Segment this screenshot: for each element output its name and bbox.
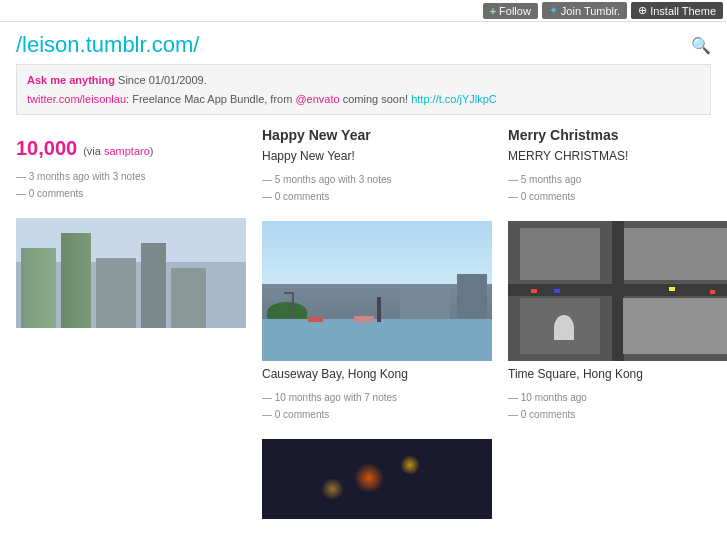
main-content: 10,000 (via samptaro) — 3 months ago wit… [0,127,727,525]
post-meta: — 5 months ago with 3 notes — 0 comments [262,171,492,205]
post-body: Happy New Year! [262,149,492,163]
col-right: Merry Christmas MERRY CHRISTMAS! — 5 mon… [508,127,727,423]
post-title: Merry Christmas [508,127,727,143]
info-banner: Ask me anything Since 01/01/2009. twitte… [16,64,711,115]
post-meta: — 10 months ago — 0 comments [508,389,727,423]
install-icon: ⊕ [638,4,647,17]
site-header: /leison.tumblr.com/ 🔍 [0,22,727,64]
meta-comments: — 0 comments [262,406,492,423]
install-label: Install Theme [650,5,716,17]
post-number: 10,000 [16,137,77,160]
via-end: ) [150,145,154,157]
timesquare-image [508,221,727,361]
post-via: (via samptaro) [83,145,153,157]
twitter-text: Freelance Mac App Bundle, from [129,93,295,105]
col-mid: Happy New Year Happy New Year! — 5 month… [262,127,492,525]
site-title[interactable]: /leison.tumblr.com/ [16,32,199,58]
post-meta: — 10 months ago with 7 notes — 0 comment… [262,389,492,423]
col-left: 10,000 (via samptaro) — 3 months ago wit… [16,127,246,328]
via-link[interactable]: samptaro [104,145,150,157]
meta-comments: — 0 comments [262,188,492,205]
twitter-line: twitter.com/leisonlau: Freelance Mac App… [27,90,700,109]
meta-comments: — 0 comments [16,185,246,202]
tumblr-link[interactable]: http://t.co/jYJlkpC [411,93,497,105]
join-tumblr-button[interactable]: ✦ Join Tumblr. [542,2,627,19]
night-photo-post [262,439,492,519]
post-meta: — 5 months ago — 0 comments [508,171,727,205]
meta-time: — 10 months ago with 7 notes [262,389,492,406]
merry-christmas-post: Merry Christmas MERRY CHRISTMAS! — 5 mon… [508,127,727,205]
via-text: (via [83,145,104,157]
search-icon[interactable]: 🔍 [691,36,711,55]
star-icon: ✦ [549,4,558,17]
ask-line: Ask me anything Since 01/01/2009. [27,71,700,90]
timesquare-post: Time Square, Hong Kong — 10 months ago —… [508,221,727,423]
follow-button[interactable]: + Follow [483,3,538,19]
follow-label: Follow [499,5,531,17]
meta-time: — 10 months ago [508,389,727,406]
post-meta: — 3 months ago with 3 notes — 0 comments [16,168,246,202]
top-bar: + Follow ✦ Join Tumblr. ⊕ Install Theme [0,0,727,22]
causeway-bay-post: Causeway Bay, Hong Kong — 10 months ago … [262,221,492,423]
buildings-photo-post [16,218,246,328]
plus-icon: + [490,5,496,17]
twitter-label: twitter.com/leisonlau: [27,93,129,105]
causeway-image [262,221,492,361]
post-body: MERRY CHRISTMAS! [508,149,727,163]
meta-time: — 3 months ago with 3 notes [16,168,246,185]
meta-comments: — 0 comments [508,406,727,423]
happy-new-year-post: Happy New Year Happy New Year! — 5 month… [262,127,492,205]
join-label: Join Tumblr. [561,5,620,17]
ask-suffix: Since 01/01/2009. [115,74,207,86]
install-theme-button[interactable]: ⊕ Install Theme [631,2,723,19]
timesquare-caption: Time Square, Hong Kong [508,367,727,381]
coming-soon-text: coming soon! [340,93,412,105]
buildings-image [16,218,246,328]
number-post: 10,000 (via samptaro) — 3 months ago wit… [16,127,246,202]
causeway-caption: Causeway Bay, Hong Kong [262,367,492,381]
ask-label[interactable]: Ask me anything [27,74,115,86]
meta-comments: — 0 comments [508,188,727,205]
night-image [262,439,492,519]
meta-time: — 5 months ago [508,171,727,188]
post-title: Happy New Year [262,127,492,143]
envato-link[interactable]: @envato [295,93,339,105]
meta-time: — 5 months ago with 3 notes [262,171,492,188]
